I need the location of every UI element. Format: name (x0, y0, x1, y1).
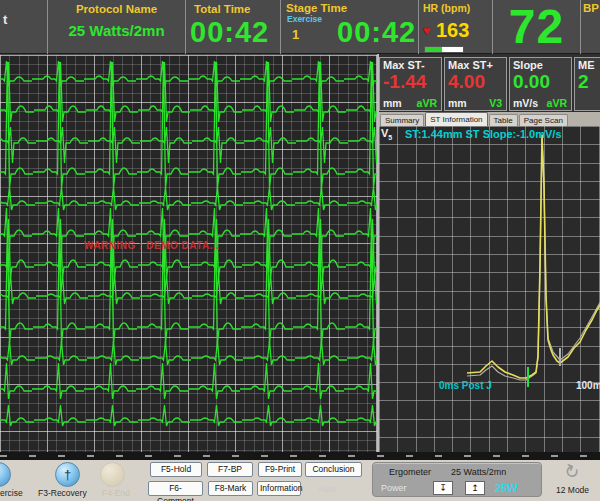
ecg-lead-trace (0, 405, 377, 426)
protocol-name-label: Protocol Name (48, 3, 185, 15)
st-box-value: -1.44 (380, 71, 441, 93)
top-bar-left-stub: t (0, 0, 47, 54)
lead-mode-icon[interactable]: ↻ (561, 459, 583, 485)
power-decrease-button[interactable]: ↧ (433, 481, 453, 495)
current-hr-value: 72 (509, 0, 564, 53)
end-button-label: F4-End (102, 488, 130, 498)
tab-st-information[interactable]: ST Information (425, 112, 487, 126)
ergometer-protocol: 25 Watts/2mn (451, 467, 506, 477)
recovery-button-icon[interactable]: † (55, 462, 80, 487)
total-time-label: Total Time (194, 3, 250, 15)
heart-rate-section: HR (bpm) ♥ 163 (418, 0, 492, 54)
end-button-icon (100, 462, 125, 487)
total-time-value: 00:42 (190, 16, 269, 49)
conclusion-button[interactable]: Conclusion (305, 462, 362, 477)
hr-progress-bar (424, 46, 464, 53)
information-button[interactable]: Information (257, 481, 301, 496)
f8-mark-button[interactable]: F8-Mark (208, 481, 253, 496)
protocol-section: Protocol Name 25 Watts/2mn (47, 0, 185, 54)
partial-corner-text: t (3, 12, 7, 27)
stage-number: 1 (292, 27, 299, 42)
st-box-lead: aVR (547, 97, 567, 109)
st-box-lead: aVR (417, 97, 437, 109)
total-time-section: Total Time 00:42 (185, 0, 280, 54)
demo-data-warning: WARNING : DEMO DATA... (84, 240, 220, 251)
stage-time-section: Stage Time Exercise 1 00:42 (280, 0, 418, 54)
f9-print-button[interactable]: F9-Print (258, 462, 302, 477)
st-box-value: 4.00 (445, 71, 506, 93)
chart-lead-label: V5 (381, 127, 392, 141)
stress-test-app-window: t Protocol Name 25 Watts/2mn Total Time … (0, 0, 600, 501)
stage-time-label: Stage Time (286, 2, 347, 14)
st-box-max-st-: Max ST--1.44mmaVR (379, 57, 442, 111)
lead-mode-label[interactable]: 12 Mode (556, 485, 589, 495)
top-status-bar: t Protocol Name 25 Watts/2mn Total Time … (0, 0, 600, 54)
bp-label: BP (583, 2, 599, 14)
chart-st-readout: ST:1.44mm ST Slope:-1.0mV/s (405, 128, 562, 140)
post-j-annotation: 0ms Post J (439, 380, 492, 391)
hr-label: HR (bpm) (423, 2, 470, 14)
st-box-value: 0.00 (510, 71, 571, 93)
ecg-waveform-area: WARNING : DEMO DATA... (0, 55, 377, 455)
exercise-button-icon[interactable] (0, 462, 11, 487)
st-box-label: Max ST+ (445, 58, 506, 71)
ergometer-panel: Ergometer 25 Watts/2mn Power ↧ ↥ 25W (372, 462, 542, 497)
tick-dashes (0, 455, 600, 457)
exercise-button-label[interactable]: ercise (0, 488, 23, 498)
st-analysis-panel: Max ST--1.44mmaVRMax ST+4.00mmV3Slope0.0… (377, 54, 600, 455)
f7-bp-button[interactable]: F7-BP (207, 462, 253, 477)
power-label: Power (381, 483, 407, 493)
st-box-slope: Slope0.00mV/saVR (509, 57, 572, 111)
current-hr-section: 72 (492, 0, 580, 54)
st-box-unit: mm (383, 97, 402, 109)
bp-section: BP (580, 0, 600, 54)
time-annotation: 100ms (576, 380, 600, 391)
heart-icon: ♥ (423, 23, 431, 38)
bottom-tick-strip (0, 452, 600, 460)
st-box-max-st-: Max ST+4.00mmV3 (444, 57, 507, 111)
st-measurement-boxes: Max ST--1.44mmaVRMax ST+4.00mmV3Slope0.0… (379, 56, 600, 112)
ecg-traces (0, 55, 377, 455)
auto-disabled-text: Auto (318, 484, 336, 494)
st-box-value: 2 (575, 71, 600, 93)
power-value: 25W (495, 482, 518, 494)
reference-beat-trace (467, 138, 600, 380)
st-box-label: Max ST- (380, 58, 441, 71)
hr-target-value: 163 (436, 19, 469, 42)
f5-hold-button[interactable]: F5-Hold (150, 462, 202, 477)
ecg-lead-trace (0, 341, 377, 365)
ergometer-label: Ergometer (389, 467, 431, 477)
current-beat-trace (467, 135, 600, 378)
power-increase-button[interactable]: ↥ (465, 481, 485, 495)
st-box-unit: mV/s (513, 97, 538, 109)
bottom-control-bar: ercise † F3-Recovery F4-End F5-HoldF7-BP… (0, 460, 600, 501)
st-box-me: ME2 (574, 57, 600, 111)
ecg-lead-trace (0, 187, 377, 210)
st-box-label: Slope (510, 58, 571, 71)
st-box-label: ME (575, 58, 600, 71)
average-beat-chart: V5 ST:1.44mm ST Slope:-1.0mV/s 0ms Post … (379, 126, 600, 455)
f6-comment-button[interactable]: F6-Comment (148, 481, 203, 496)
stage-phase-label: Exercise (287, 14, 322, 24)
hr-progress-fill (425, 47, 442, 52)
stage-time-value: 00:42 (337, 16, 416, 49)
average-beat-traces (379, 126, 600, 455)
analysis-tab-bar: SummaryST InformationTablePage Scan (379, 112, 600, 126)
st-box-unit: mm (448, 97, 467, 109)
st-box-lead: V3 (489, 97, 502, 109)
recovery-button-label[interactable]: F3-Recovery (38, 488, 87, 498)
protocol-value: 25 Watts/2mn (48, 22, 185, 39)
ecg-lead-trace (0, 363, 377, 399)
